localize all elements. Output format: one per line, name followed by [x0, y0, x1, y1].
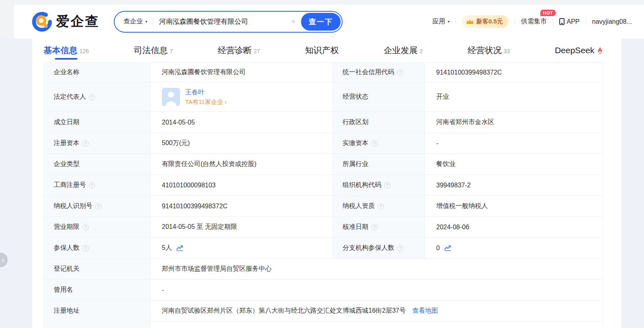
- flame-icon: [597, 46, 603, 54]
- credit-code-value: 91410100399498372C: [424, 63, 603, 82]
- region-value: 河南省郑州市金水区: [424, 112, 603, 133]
- field-label: 企业类型: [44, 154, 150, 174]
- insured-count-value: 5人: [150, 238, 332, 258]
- legal-representative-link[interactable]: 王春叶: [185, 88, 227, 97]
- help-icon[interactable]: ?: [89, 182, 95, 189]
- tab-basic-info[interactable]: 基本信息 126: [44, 45, 89, 56]
- former-name-value: -: [150, 280, 603, 300]
- help-icon[interactable]: ?: [397, 245, 404, 251]
- clear-search-icon[interactable]: ×: [291, 18, 295, 26]
- field-label: 行政区划: [332, 112, 424, 133]
- taxpayer-qualification-value: 增值税一般纳税人: [424, 196, 603, 216]
- field-label: 法定代表人?: [44, 82, 150, 112]
- search-submit-button[interactable]: 查一下: [301, 13, 341, 31]
- related-companies-link[interactable]: TA有11家企业 ›: [185, 98, 227, 106]
- divider: [585, 19, 586, 25]
- field-label: 统一社会信用代码?: [332, 63, 424, 82]
- field-label: 工商注册号?: [44, 175, 150, 195]
- registered-capital-value: 500万(元): [150, 133, 332, 154]
- search-input[interactable]: [159, 18, 286, 26]
- table-row: 企业类型 有限责任公司(自然人投资或控股) 所属行业 餐饮业: [44, 154, 603, 175]
- divider: [514, 19, 515, 25]
- trend-chart-icon[interactable]: [444, 245, 452, 251]
- field-label: 纳税人资质?: [332, 196, 424, 216]
- username-label: navyjiang08...: [592, 18, 632, 25]
- field-label: 登记机关: [44, 259, 150, 279]
- promo-label: 新客0.5元: [476, 18, 503, 25]
- table-row: 营业期限? 2014-05-05 至 无固定期限 核准日期? 2024-08-0…: [44, 217, 603, 238]
- field-label: 分支机构参保人数?: [332, 238, 424, 258]
- search-category-label: 查企业: [123, 17, 143, 26]
- tab-enterprise-development[interactable]: 企业发展 2: [384, 45, 423, 56]
- view-map-link[interactable]: 查看地图: [412, 307, 438, 315]
- phone-icon: [559, 18, 565, 25]
- tab-judicial-info[interactable]: 司法信息 7: [134, 45, 173, 56]
- new-user-promo-button[interactable]: 新客0.5元: [462, 15, 508, 28]
- business-term-value: 2014-05-05 至 无固定期限: [150, 217, 332, 237]
- help-icon[interactable]: ?: [82, 140, 89, 147]
- table-row: 企业名称 河南泓森圃餐饮管理有限公司 统一社会信用代码? 91410100399…: [44, 63, 603, 82]
- basic-info-table: 企业名称 河南泓森圃餐饮管理有限公司 统一社会信用代码? 91410100399…: [44, 62, 603, 328]
- table-row: 法定代表人? 王春叶 TA有11家企业 › 经营状态: [44, 82, 603, 112]
- field-label: 营业期限?: [44, 217, 150, 237]
- field-label: 注册资本?: [44, 133, 150, 154]
- establish-date-value: 2014-05-05: [150, 112, 332, 133]
- help-icon[interactable]: ?: [95, 203, 102, 210]
- legal-representative-cell: 王春叶 TA有11家企业 ›: [150, 82, 332, 112]
- app-download-link[interactable]: APP: [559, 18, 579, 25]
- section-tabs: 基本信息 126 司法信息 7 经营诊断 27 知识产权 企业发展 2 经营状况: [32, 38, 621, 62]
- crown-icon: [466, 19, 474, 25]
- active-tab-indicator: [55, 58, 77, 60]
- divider: [456, 19, 456, 25]
- header-nav: 应用 ▾ 新客0.5元 HOT 供需集市 APP navyj: [432, 15, 644, 28]
- tab-intellectual-property[interactable]: 知识产权: [305, 45, 339, 56]
- site-header: 爱企查 查企业 ▾ × 查一下 应用 ▾ 新客0.5元: [14, 5, 644, 38]
- help-icon[interactable]: ?: [397, 69, 404, 76]
- search-category-dropdown[interactable]: 查企业 ▾: [123, 17, 147, 26]
- company-name-value: 河南泓森圃餐饮管理有限公司: [150, 63, 332, 82]
- industry-value: 餐饮业: [424, 154, 603, 174]
- market-label: 供需集市: [521, 17, 547, 26]
- apps-menu-label: 应用: [432, 17, 445, 26]
- tab-business-diagnosis[interactable]: 经营诊断 27: [218, 45, 260, 56]
- field-label: 注册地址: [44, 301, 150, 321]
- supply-demand-market-link[interactable]: HOT 供需集市: [521, 17, 547, 26]
- username[interactable]: navyjiang08...: [592, 18, 632, 25]
- apps-menu[interactable]: 应用 ▾: [432, 17, 450, 26]
- aiqicha-logo[interactable]: 爱企查: [32, 12, 100, 32]
- table-row: 曾用名 -: [44, 280, 603, 301]
- organization-code-value: 39949837-2: [424, 175, 603, 195]
- hot-badge: HOT: [540, 10, 556, 16]
- help-icon[interactable]: ?: [82, 224, 89, 230]
- table-row: 注册资本? 500万(元) 实缴资本? -: [44, 133, 603, 154]
- divider: [553, 19, 553, 25]
- field-label: 纳税人识别号?: [44, 196, 150, 216]
- table-row-partial: [44, 322, 603, 328]
- paid-capital-value: -: [424, 133, 603, 154]
- branch-insured-count-value: 0: [424, 238, 603, 258]
- help-icon[interactable]: ?: [378, 203, 384, 210]
- chevron-down-icon: ▾: [145, 19, 147, 24]
- chevron-down-icon: ▾: [447, 19, 450, 24]
- help-icon[interactable]: ?: [384, 182, 391, 189]
- table-row: 注册地址 河南自贸试验区郑州片区（郑东）第八大街与经北六路交汇处文博城西城16街…: [44, 301, 603, 322]
- field-label: 企业名称: [44, 63, 150, 82]
- field-label: 曾用名: [44, 280, 150, 300]
- avatar[interactable]: [162, 88, 180, 106]
- field-label: 参保人数?: [44, 238, 150, 258]
- app-label: APP: [567, 18, 579, 25]
- help-icon[interactable]: ?: [89, 94, 95, 100]
- help-icon[interactable]: ?: [371, 224, 378, 230]
- help-icon[interactable]: ?: [82, 245, 89, 251]
- search-divider: [153, 17, 153, 26]
- trend-chart-icon[interactable]: [176, 245, 184, 251]
- tab-operating-status[interactable]: 经营状况 33: [468, 45, 510, 56]
- registration-number-value: 410101000098103: [150, 175, 332, 195]
- tab-deepseek[interactable]: DeepSeek: [555, 46, 603, 55]
- field-label: 经营状态: [332, 82, 424, 112]
- field-label: 组织机构代码?: [332, 175, 424, 195]
- close-icon: ×: [2, 257, 5, 264]
- help-icon[interactable]: ?: [371, 140, 378, 147]
- table-row: 工商注册号? 410101000098103 组织机构代码? 39949837-…: [44, 175, 603, 196]
- field-label: 成立日期: [44, 112, 150, 133]
